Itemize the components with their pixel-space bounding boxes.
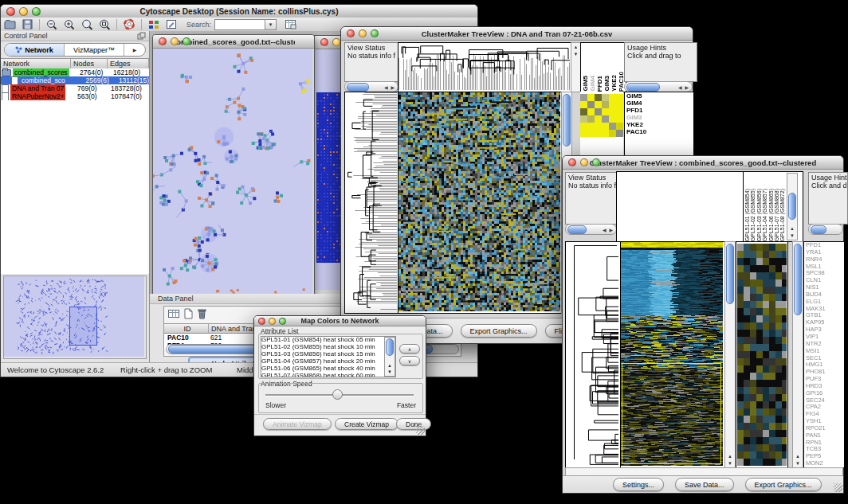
network-view-2-canvas[interactable] xyxy=(315,49,340,290)
tv1-heatmap-canvas[interactable] xyxy=(398,92,560,311)
column-label[interactable]: GPL51-04 (GSM857) xyxy=(762,189,768,241)
search-input[interactable] xyxy=(214,19,265,30)
tv1-row-dendrogram[interactable] xyxy=(344,92,399,314)
zoom-window-icon[interactable] xyxy=(592,158,600,166)
close-icon[interactable] xyxy=(159,37,167,45)
network-overview-canvas[interactable] xyxy=(4,276,144,357)
column-label[interactable]: YKE2 xyxy=(611,75,618,92)
float-panel-icon[interactable] xyxy=(137,29,146,43)
create-vizmap-button[interactable]: Create Vizmap xyxy=(335,418,398,430)
tv2-zoom-heatmap[interactable] xyxy=(736,241,788,468)
scrollbar-thumb[interactable] xyxy=(788,193,796,220)
treeview-button[interactable]: Save Data... xyxy=(675,478,734,491)
import-table-icon[interactable] xyxy=(281,18,299,31)
network-view-1-canvas[interactable] xyxy=(153,49,312,294)
save-button[interactable] xyxy=(18,18,36,31)
tv1-status-scrollbar[interactable]: ◀ ▶ xyxy=(344,81,398,92)
table-icon[interactable] xyxy=(167,308,180,322)
tv1-column-dendrogram-canvas[interactable] xyxy=(398,43,570,90)
zoom-window-icon[interactable] xyxy=(32,7,41,16)
row-label[interactable]: PAC10 xyxy=(626,128,693,135)
col-edges[interactable]: Edges xyxy=(108,59,149,68)
zoom-fit-button[interactable] xyxy=(96,18,113,31)
tab-network[interactable]: Network xyxy=(5,44,65,56)
tv2-genelist-scrollbar[interactable]: ▲ ▼ xyxy=(792,241,803,468)
search-dropdown-icon[interactable]: ▼ xyxy=(265,19,277,30)
close-icon[interactable] xyxy=(568,158,576,166)
treeview-button[interactable]: Export Graphics... xyxy=(745,478,822,491)
scroll-up-icon[interactable]: ▲ xyxy=(787,225,797,232)
new-attribute-icon[interactable] xyxy=(183,308,194,322)
dialog-titlebar[interactable]: Map Colors to Network xyxy=(254,316,426,326)
close-icon[interactable] xyxy=(6,7,15,16)
network-window-titlebar[interactable]: combined_scores_good.txt--cluste... xyxy=(153,35,314,49)
close-icon[interactable] xyxy=(320,38,328,46)
vizmapper-icon[interactable] xyxy=(145,18,163,31)
open-file-button[interactable] xyxy=(1,18,18,31)
minimize-icon[interactable] xyxy=(269,318,276,325)
annotation-icon[interactable] xyxy=(163,18,180,31)
tab-vizmapper[interactable]: VizMapper™ xyxy=(65,44,124,56)
col-network[interactable]: Network xyxy=(1,59,71,68)
tv2-column-dendrogram[interactable] xyxy=(616,171,744,242)
tv2-hints-scrollbar[interactable] xyxy=(808,224,843,235)
scroll-down-icon[interactable]: ▼ xyxy=(793,460,803,467)
tv2-heatmap-canvas[interactable] xyxy=(621,242,723,466)
scroll-down-icon[interactable]: ▼ xyxy=(385,369,395,375)
gene-label[interactable]: MON2 xyxy=(806,460,844,467)
column-label[interactable]: GIM5 xyxy=(583,76,589,92)
scrollbar-thumb[interactable] xyxy=(386,338,394,356)
tv1-heatmap[interactable] xyxy=(398,92,563,314)
column-label[interactable]: PFD1 xyxy=(597,76,603,92)
col-nodes[interactable]: Nodes xyxy=(71,59,108,68)
attribute-list-item[interactable]: GPL51-07 (GSM868) heat shock 60 min xyxy=(261,373,395,377)
tv1-hints-scrollbar[interactable]: ◀ ▶ xyxy=(624,81,693,92)
col-id[interactable]: ID xyxy=(164,324,209,333)
scroll-down-icon[interactable]: ▼ xyxy=(571,51,580,57)
scroll-up-icon[interactable]: ▲ xyxy=(385,362,395,369)
column-label[interactable]: GPL51-08 (GSM872) xyxy=(779,189,785,241)
tab-overflow-button[interactable]: ▶ xyxy=(124,44,145,56)
attribute-list-scrollbar[interactable]: ▲ ▼ xyxy=(384,337,395,377)
move-down-button[interactable]: ∨ xyxy=(399,356,420,365)
network-tree-row[interactable]: combined_scores 2764(0) 16218(0) xyxy=(1,68,149,76)
treeview2-titlebar[interactable]: ClusterMaker TreeView : combined_scores_… xyxy=(563,156,843,170)
scroll-down-icon[interactable]: ▼ xyxy=(725,460,735,467)
done-button[interactable]: Done xyxy=(396,418,431,430)
resize-grip[interactable] xyxy=(416,426,425,435)
animate-vizmap-button[interactable]: Animate Vizmap xyxy=(263,418,332,430)
scrollbar-thumb[interactable] xyxy=(726,244,734,304)
window-controls[interactable] xyxy=(6,7,41,16)
tv2-collabel-scrollbar[interactable]: ▲ ▼ xyxy=(787,173,798,240)
tv1-zoom-matrix[interactable] xyxy=(580,94,623,137)
tv1-row-dendrogram-canvas[interactable] xyxy=(345,92,397,311)
scroll-down-icon[interactable]: ▼ xyxy=(787,232,797,239)
zoom-selected-button[interactable] xyxy=(78,18,96,31)
row-label[interactable]: GIM4 xyxy=(626,100,693,107)
zoom-in-button[interactable] xyxy=(61,18,78,31)
tv1-column-dendrogram[interactable] xyxy=(398,42,572,92)
minimize-icon[interactable] xyxy=(19,7,28,16)
tv2-row-dendrogram-canvas[interactable] xyxy=(566,242,618,466)
scroll-up-icon[interactable]: ▲ xyxy=(725,453,735,459)
row-label[interactable]: GIM3 xyxy=(626,114,693,121)
zoom-window-icon[interactable] xyxy=(371,29,379,37)
speed-slider-thumb[interactable] xyxy=(332,389,343,400)
scroll-arrows[interactable]: ◀ ▶ xyxy=(678,84,692,90)
minimize-icon[interactable] xyxy=(359,29,367,37)
tv2-vscrollbar[interactable]: ▲ ▼ xyxy=(724,241,736,468)
zoom-out-button[interactable] xyxy=(43,18,61,31)
treeview-button[interactable]: Export Graphics... xyxy=(461,324,537,338)
network-tree-row[interactable]: DNA and Tran 07 769(0) 183728(0) xyxy=(1,84,149,92)
tv2-row-dendrogram[interactable] xyxy=(565,241,621,468)
scroll-arrows[interactable]: ◀ ▶ xyxy=(384,84,398,90)
column-label[interactable]: GPL51-02 (GSM855) xyxy=(750,189,756,241)
network-tree-row[interactable]: RNAPuberNov2+ 563(0) 107847(0) xyxy=(1,92,149,100)
close-icon[interactable] xyxy=(347,29,355,37)
close-icon[interactable] xyxy=(258,318,265,325)
minimize-icon[interactable] xyxy=(171,37,179,45)
tv2-status-scrollbar[interactable]: ◀ ▶ xyxy=(565,224,617,235)
move-up-button[interactable]: ∧ xyxy=(399,344,420,354)
scroll-up-icon[interactable]: ▲ xyxy=(793,453,803,459)
network-tree-row[interactable]: combined_sco 2569(6) 13112(15) xyxy=(1,76,149,84)
